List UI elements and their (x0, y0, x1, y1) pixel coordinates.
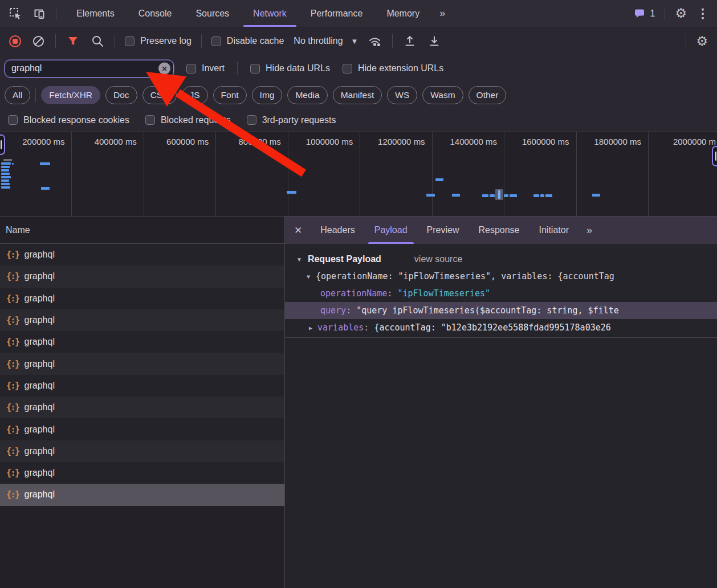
tab-elements[interactable]: Elements (64, 0, 127, 27)
disable-cache-control[interactable]: Disable cache (211, 36, 284, 46)
throttling-value: No throttling (294, 36, 343, 46)
third-party-requests-control[interactable]: 3rd-party requests (247, 115, 336, 125)
network-settings-gear-icon[interactable]: ⚙ (696, 35, 708, 48)
more-detail-tabs-icon[interactable]: » (579, 217, 600, 244)
json-file-icon: {:} (6, 250, 19, 260)
invert-checkbox[interactable] (186, 64, 196, 74)
request-row[interactable]: {:}graphql (0, 331, 284, 353)
request-row[interactable]: {:}graphql (0, 462, 284, 484)
chip-wasm[interactable]: Wasm (422, 86, 463, 104)
main-menu-icon[interactable]: ⋮ (696, 7, 709, 20)
preserve-log-checkbox[interactable] (125, 36, 135, 46)
record-network-log-button[interactable] (9, 35, 21, 47)
payload-key: query (320, 305, 346, 316)
chip-img[interactable]: Img (252, 86, 283, 104)
collapse-object-icon[interactable]: ▼ (307, 273, 310, 280)
waterfall-bar (533, 194, 539, 197)
hide-data-urls-checkbox[interactable] (250, 64, 260, 74)
request-row[interactable]: {:}graphql (0, 375, 284, 397)
name-column-header[interactable]: Name (0, 217, 284, 244)
detail-tab-headers[interactable]: Headers (311, 217, 364, 244)
expand-object-icon[interactable]: ▶ (309, 325, 312, 331)
detail-tab-payload[interactable]: Payload (365, 217, 417, 244)
filter-funnel-icon[interactable] (66, 34, 80, 48)
request-row[interactable]: {:}graphql (0, 418, 284, 440)
timeline-tick: 2000000 m (649, 132, 717, 216)
import-har-icon[interactable] (402, 34, 417, 48)
disable-cache-checkbox[interactable] (211, 36, 221, 46)
request-row[interactable]: {:}graphql (0, 309, 284, 331)
blocked-response-cookies-control[interactable]: Blocked response cookies (8, 115, 129, 125)
chip-media[interactable]: Media (287, 86, 327, 104)
timeline-left-grip[interactable] (0, 134, 5, 155)
chip-all[interactable]: All (5, 86, 30, 104)
blocked-response-cookies-checkbox[interactable] (8, 115, 18, 125)
blocked-response-cookies-label: Blocked response cookies (23, 115, 129, 125)
tab-console[interactable]: Console (127, 0, 184, 27)
request-row[interactable]: {:}graphql (0, 244, 284, 266)
network-overview-timeline[interactable]: 200000 ms 400000 ms 600000 ms 800000 ms … (0, 132, 717, 217)
request-row-selected[interactable]: {:}graphql (0, 484, 284, 505)
payload-entry-operationname[interactable]: operationName: "ipFlowTimeseries" (285, 285, 717, 302)
export-har-icon[interactable] (427, 34, 442, 48)
payload-entry-query[interactable]: query: "query ipFlowTimeseries($accountT… (285, 302, 717, 319)
detail-tab-preview[interactable]: Preview (417, 217, 469, 244)
blocked-requests-control[interactable]: Blocked requests (145, 115, 231, 125)
request-name: graphql (25, 468, 55, 478)
tab-performance[interactable]: Performance (299, 0, 375, 27)
hide-extension-urls-checkbox[interactable] (343, 64, 352, 74)
payload-entry-variables[interactable]: ▶ variables: {accountTag: "b12e3b2192ee5… (285, 319, 717, 336)
waterfall-bar (1, 169, 9, 172)
tab-sources[interactable]: Sources (184, 0, 241, 27)
device-toolbar-icon[interactable] (32, 6, 47, 21)
tab-network[interactable]: Network (241, 0, 299, 27)
chip-fetch-xhr[interactable]: Fetch/XHR (41, 86, 100, 104)
waterfall-bar (482, 194, 488, 197)
filter-input[interactable] (5, 60, 174, 77)
request-row[interactable]: {:}graphql (0, 440, 284, 462)
chip-ws[interactable]: WS (387, 86, 417, 104)
close-detail-icon[interactable]: ✕ (285, 217, 311, 244)
issues-counter[interactable]: 1 (634, 8, 655, 19)
hide-data-urls-control[interactable]: Hide data URLs (250, 63, 330, 74)
clear-network-log-icon[interactable] (31, 34, 46, 48)
settings-gear-icon[interactable]: ⚙ (675, 7, 687, 20)
json-file-icon: {:} (6, 402, 19, 413)
timeline-grid: 200000 ms 400000 ms 600000 ms 800000 ms … (0, 132, 717, 216)
preserve-log-control[interactable]: Preserve log (125, 36, 192, 46)
detail-tab-initiator[interactable]: Initiator (529, 217, 579, 244)
clear-filter-icon[interactable]: ✕ (158, 63, 170, 75)
request-row[interactable]: {:}graphql (0, 353, 284, 374)
more-tabs-icon[interactable]: » (431, 0, 453, 27)
chip-js[interactable]: JS (182, 86, 208, 104)
collapse-section-icon[interactable]: ▼ (296, 256, 302, 263)
timeline-tick: 1000000 ms (288, 132, 360, 216)
request-row[interactable]: {:}graphql (0, 397, 284, 418)
invert-control[interactable]: Invert (186, 63, 225, 74)
view-source-link[interactable]: view source (414, 254, 462, 264)
chip-doc[interactable]: Doc (105, 86, 137, 104)
detail-tab-response[interactable]: Response (469, 217, 529, 244)
blocked-requests-checkbox[interactable] (145, 115, 155, 125)
hide-extension-urls-label: Hide extension URLs (358, 63, 443, 74)
divider (665, 7, 665, 21)
divider (392, 34, 393, 48)
inspect-element-icon[interactable] (8, 6, 23, 21)
chip-other[interactable]: Other (469, 86, 507, 104)
network-conditions-icon[interactable] (368, 34, 382, 48)
third-party-requests-checkbox[interactable] (247, 115, 256, 125)
request-row[interactable]: {:}graphql (0, 266, 284, 287)
chip-manifest[interactable]: Manifest (333, 86, 382, 104)
payload-summary-row[interactable]: ▼ {operationName: "ipFlowTimeseries", va… (285, 268, 717, 285)
chip-font[interactable]: Font (213, 86, 247, 104)
search-icon[interactable] (90, 34, 105, 48)
chip-css[interactable]: CSS (142, 86, 177, 104)
throttling-dropdown[interactable]: No throttling ▼ (294, 36, 358, 46)
hide-extension-urls-control[interactable]: Hide extension URLs (343, 63, 443, 74)
timeline-right-grip[interactable] (712, 146, 717, 166)
request-name: graphql (25, 293, 55, 304)
timeline-tick: 1400000 ms (433, 132, 504, 216)
tab-memory[interactable]: Memory (374, 0, 431, 27)
request-name: graphql (25, 402, 55, 413)
request-row[interactable]: {:}graphql (0, 288, 284, 309)
